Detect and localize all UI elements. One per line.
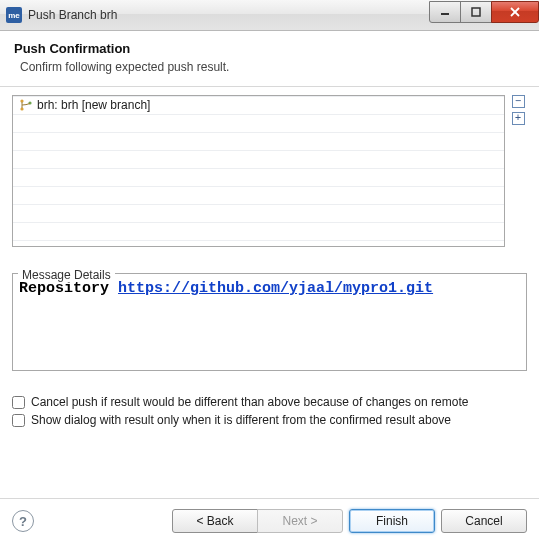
collapse-all-button[interactable]: − xyxy=(512,95,525,108)
message-details-group: Message Details Repository https://githu… xyxy=(12,259,527,371)
repo-label: Repository xyxy=(19,280,109,297)
titlebar: me Push Branch brh xyxy=(0,0,539,31)
cancel-push-option[interactable]: Cancel push if result would be different… xyxy=(12,395,527,409)
expand-all-button[interactable]: + xyxy=(512,112,525,125)
show-dialog-label: Show dialog with result only when it is … xyxy=(31,413,451,427)
message-details-label: Message Details xyxy=(18,268,115,282)
dialog-body: brh: brh [new branch] − + Message Detail… xyxy=(0,87,539,498)
svg-rect-1 xyxy=(472,8,480,16)
next-button: Next > xyxy=(257,509,343,533)
repo-url-link[interactable]: https://github.com/yjaal/mypro1.git xyxy=(118,280,433,297)
app-icon: me xyxy=(6,7,22,23)
window-title: Push Branch brh xyxy=(28,8,430,22)
dialog-subtitle: Confirm following expected push result. xyxy=(20,60,525,74)
show-dialog-checkbox[interactable] xyxy=(12,414,25,427)
help-button[interactable]: ? xyxy=(12,510,34,532)
branch-icon xyxy=(19,98,33,112)
push-result-row: brh: brh [new branch] − + xyxy=(12,95,527,247)
list-item[interactable]: brh: brh [new branch] xyxy=(13,96,504,114)
message-details-box[interactable]: Repository https://github.com/yjaal/mypr… xyxy=(12,273,527,371)
minimize-button[interactable] xyxy=(429,1,461,23)
cancel-button[interactable]: Cancel xyxy=(441,509,527,533)
dialog-footer: ? < Back Next > Finish Cancel xyxy=(0,498,539,545)
nav-button-group: < Back Next > xyxy=(166,509,343,533)
dialog-window: me Push Branch brh Push Confirmation Con… xyxy=(0,0,539,545)
close-button[interactable] xyxy=(491,1,539,23)
show-dialog-option[interactable]: Show dialog with result only when it is … xyxy=(12,413,527,427)
dialog-header: Push Confirmation Confirm following expe… xyxy=(0,31,539,87)
cancel-push-label: Cancel push if result would be different… xyxy=(31,395,468,409)
dialog-title: Push Confirmation xyxy=(14,41,525,56)
options-group: Cancel push if result would be different… xyxy=(12,395,527,431)
back-button[interactable]: < Back xyxy=(172,509,258,533)
cancel-push-checkbox[interactable] xyxy=(12,396,25,409)
list-rules xyxy=(13,96,504,246)
maximize-icon xyxy=(471,7,481,17)
finish-button[interactable]: Finish xyxy=(349,509,435,533)
close-icon xyxy=(509,7,521,17)
list-item-label: brh: brh [new branch] xyxy=(37,98,150,112)
window-controls xyxy=(430,1,539,21)
maximize-button[interactable] xyxy=(460,1,492,23)
minimize-icon xyxy=(440,7,450,17)
list-side-controls: − + xyxy=(505,95,527,129)
push-result-list[interactable]: brh: brh [new branch] xyxy=(12,95,505,247)
